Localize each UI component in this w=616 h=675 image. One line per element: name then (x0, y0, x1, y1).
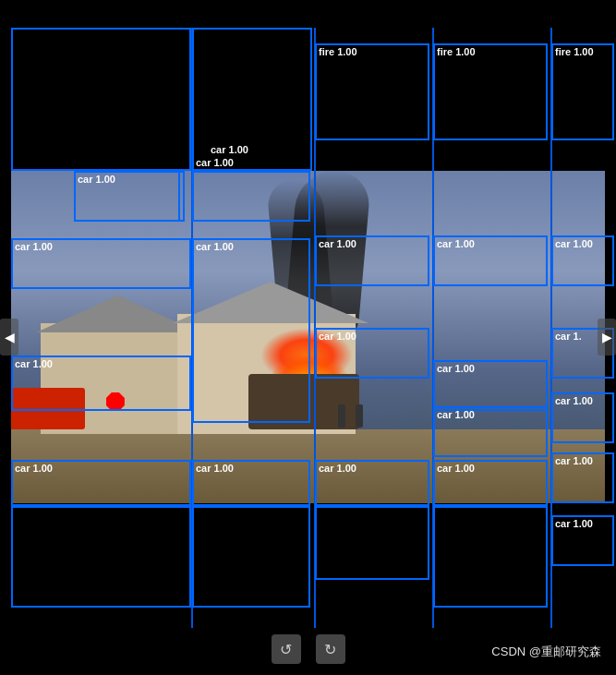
detect-label-m6: car 1.00 (553, 237, 595, 250)
detect-label-m10: car 1.00 (435, 362, 477, 375)
watermark: CSDN @重邮研究森 (491, 644, 601, 660)
detect-label-fire-2: fire 1.00 (435, 45, 477, 58)
detect-box-m4: car 1.00 (315, 235, 429, 286)
detect-box-b3 (315, 506, 429, 580)
left-arrow-icon: ◀ (5, 330, 15, 344)
detect-label-m11: car 1.00 (553, 394, 595, 407)
detect-label-m2: car 1.00 (194, 240, 236, 253)
nav-right-button[interactable]: ▶ (598, 319, 616, 356)
detect-label-m4: car 1.00 (317, 237, 358, 250)
detect-box-top-1 (11, 28, 191, 171)
detect-box-m5: car 1.00 (433, 235, 548, 286)
detect-box-m11: car 1.00 (551, 392, 614, 443)
detect-label-m17: car 1.00 (435, 462, 477, 475)
detect-box-m2: car 1.00 (192, 238, 310, 423)
detect-box-car-top: car 1.00 (211, 144, 248, 155)
undo-button[interactable]: ↺ (272, 634, 301, 664)
detect-box-b1 (11, 506, 191, 608)
detect-label-m1: car 1.00 (13, 240, 54, 253)
detect-label-m15: car 1.00 (194, 462, 236, 475)
right-arrow-icon: ▶ (602, 330, 612, 344)
detect-label-m5: car 1.00 (435, 237, 477, 250)
undo-icon: ↺ (280, 641, 292, 658)
detect-label-car-top2: car 1.00 (194, 156, 236, 169)
detect-box-b5: car 1.00 (551, 515, 614, 566)
nav-left-button[interactable]: ◀ (0, 319, 18, 356)
detect-label-fire-3: fire 1.00 (553, 45, 596, 58)
detect-box-inner-1 (74, 171, 185, 222)
detect-label-m12: car 1.00 (435, 408, 477, 421)
detect-box-inner-2 (192, 171, 310, 222)
detect-label-m9: car 1.00 (13, 357, 54, 370)
person-1 (356, 404, 363, 428)
detect-label-m13: car 1.00 (553, 454, 595, 467)
redo-icon: ↻ (324, 641, 336, 658)
detect-box-m10: car 1.00 (433, 360, 548, 411)
watermark-text: CSDN @重邮研究森 (491, 645, 601, 658)
detect-box-fire-1: fire 1.00 (315, 43, 429, 140)
detect-box-m9: car 1.00 (11, 356, 191, 411)
person-2 (338, 404, 345, 428)
redo-button[interactable]: ↻ (316, 634, 345, 664)
detect-box-fire-2: fire 1.00 (433, 43, 548, 140)
detect-box-m15: car 1.00 (192, 460, 310, 506)
detect-label-m16: car 1.00 (317, 462, 358, 475)
detect-box-m14: car 1.00 (11, 460, 191, 506)
detect-label-m7: car 1.00 (317, 330, 358, 343)
detect-box-m1: car 1.00 (11, 238, 191, 289)
detect-label-m14: car 1.00 (13, 462, 54, 475)
detect-label-fire-1: fire 1.00 (317, 45, 359, 58)
detect-box-m6: car 1.00 (551, 235, 614, 286)
detect-label-b5: car 1.00 (553, 517, 595, 530)
detect-box-fire-3: fire 1.00 (551, 43, 614, 140)
detect-box-m16: car 1.00 (315, 460, 429, 506)
detect-box-m17: car 1.00 (433, 460, 548, 506)
detect-box-b4 (433, 506, 548, 608)
detect-box-m13: car 1.00 (551, 452, 614, 503)
bottom-controls: ↺ ↻ (272, 634, 345, 664)
detect-box-b2 (192, 506, 310, 608)
detect-box-m12: car 1.00 (433, 406, 548, 457)
detect-label-m8: car 1. (553, 330, 584, 343)
detect-box-m7: car 1.00 (315, 328, 429, 379)
